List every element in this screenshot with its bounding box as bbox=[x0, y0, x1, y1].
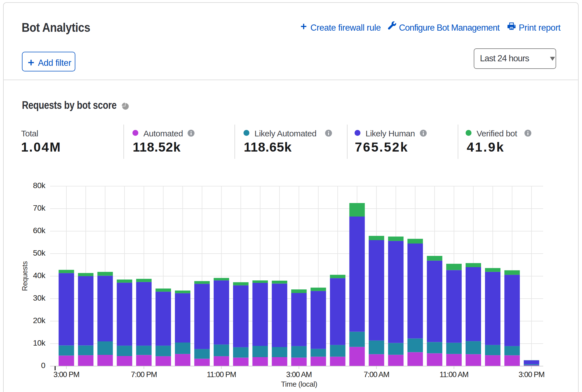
svg-text:Time (local): Time (local) bbox=[281, 380, 317, 388]
svg-text:3:00 AM: 3:00 AM bbox=[286, 370, 312, 379]
svg-text:0: 0 bbox=[41, 361, 45, 370]
svg-text:3:00 PM: 3:00 PM bbox=[53, 370, 79, 379]
svg-text:40k: 40k bbox=[33, 271, 46, 280]
svg-text:60k: 60k bbox=[33, 226, 46, 235]
svg-text:7:00 AM: 7:00 AM bbox=[364, 370, 389, 379]
svg-text:3:00 PM: 3:00 PM bbox=[518, 370, 544, 379]
svg-text:20k: 20k bbox=[33, 316, 46, 325]
svg-text:10k: 10k bbox=[33, 339, 46, 347]
svg-text:Requests: Requests bbox=[21, 261, 29, 291]
svg-text:70k: 70k bbox=[33, 204, 46, 212]
svg-text:11:00 AM: 11:00 AM bbox=[439, 370, 468, 379]
svg-text:30k: 30k bbox=[33, 294, 46, 302]
svg-text:80k: 80k bbox=[33, 181, 46, 190]
svg-text:50k: 50k bbox=[33, 249, 46, 257]
svg-text:7:00 PM: 7:00 PM bbox=[131, 370, 157, 379]
svg-text:11:00 PM: 11:00 PM bbox=[207, 370, 236, 379]
